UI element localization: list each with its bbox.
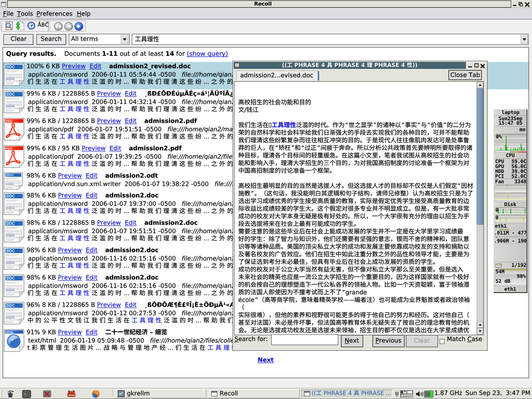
svg-text:PDF: PDF [6,147,13,150]
svg-text:HTML: HTML [6,331,14,334]
svg-text:>_: >_ [24,393,28,396]
svg-text:DOC: DOC [6,92,15,97]
svg-text:DOC: DOC [6,65,15,69]
svg-text:DOC: DOC [6,194,15,198]
svg-text:DOC: DOC [6,276,15,280]
svg-text:DOC: DOC [6,249,15,253]
svg-text:PDF: PDF [6,119,13,123]
svg-text:DOC: DOC [6,173,14,177]
svg-text:DOC: DOC [6,222,15,226]
svg-text:DOC: DOC [6,304,15,308]
